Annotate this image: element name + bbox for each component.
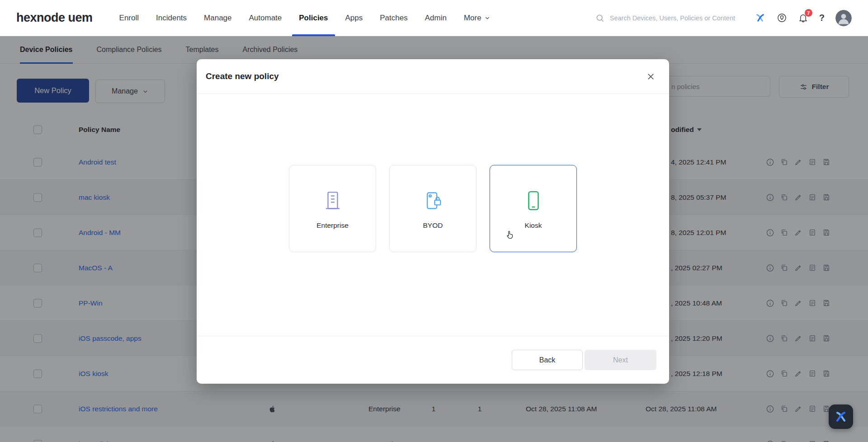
topbar-icons: 7 ? [755, 10, 852, 26]
create-policy-modal: Create new policy Enterprise BYOD Kiosk … [197, 59, 669, 384]
hexnode-chat-logo-icon [834, 409, 848, 424]
help-icon[interactable]: ? [819, 13, 825, 23]
enterprise-icon [320, 188, 345, 213]
policy-option-label: Kiosk [525, 221, 542, 230]
back-button[interactable]: Back [512, 350, 583, 370]
byod-icon [420, 188, 446, 213]
modal-header: Create new policy [197, 59, 669, 94]
chevron-down-icon [484, 15, 491, 21]
nav-item-label: Apps [345, 14, 363, 23]
policy-option-byod[interactable]: BYOD [389, 165, 476, 252]
nav-item-label: More [464, 14, 481, 23]
chat-widget-button[interactable] [829, 404, 853, 429]
nav-item-enroll[interactable]: Enroll [111, 0, 147, 36]
kiosk-icon [521, 188, 546, 213]
location-guide-icon[interactable] [777, 13, 787, 23]
topbar: hexnode uem EnrollIncidentsManageAutomat… [0, 0, 868, 36]
modal-footer: Back Next [197, 336, 669, 384]
nav-item-label: Enroll [119, 14, 139, 23]
nav-item-label: Manage [204, 14, 231, 23]
global-search-input[interactable] [609, 14, 746, 22]
nav-item-policies[interactable]: Policies [290, 0, 336, 36]
user-avatar[interactable] [835, 10, 852, 26]
remote-assist-icon[interactable] [755, 12, 766, 24]
policy-option-label: Enterprise [316, 221, 349, 230]
nav-item-label: Patches [380, 14, 407, 23]
notification-badge: 7 [805, 9, 812, 17]
modal-title: Create new policy [206, 71, 279, 81]
search-icon [595, 14, 604, 23]
close-icon[interactable] [646, 72, 656, 81]
global-search[interactable] [595, 14, 746, 23]
nav-item-incidents[interactable]: Incidents [147, 0, 195, 36]
policy-type-cards: Enterprise BYOD Kiosk [197, 165, 669, 252]
nav-item-automate[interactable]: Automate [241, 0, 291, 36]
main-nav: EnrollIncidentsManageAutomatePoliciesApp… [111, 0, 499, 36]
nav-item-manage[interactable]: Manage [195, 0, 240, 36]
policy-option-kiosk[interactable]: Kiosk [490, 165, 577, 252]
nav-item-label: Admin [425, 14, 447, 23]
hexnode-logo[interactable]: hexnode uem [16, 11, 93, 25]
nav-item-label: Automate [249, 14, 282, 23]
nav-item-admin[interactable]: Admin [416, 0, 455, 36]
policy-option-label: BYOD [423, 221, 443, 230]
nav-item-more[interactable]: More [455, 0, 499, 36]
nav-item-label: Policies [299, 14, 328, 23]
nav-item-apps[interactable]: Apps [337, 0, 372, 36]
notifications-bell-icon[interactable]: 7 [798, 13, 808, 23]
next-button[interactable]: Next [585, 350, 656, 370]
policy-option-enterprise[interactable]: Enterprise [289, 165, 376, 252]
nav-item-label: Incidents [156, 14, 187, 23]
nav-item-patches[interactable]: Patches [371, 0, 416, 36]
